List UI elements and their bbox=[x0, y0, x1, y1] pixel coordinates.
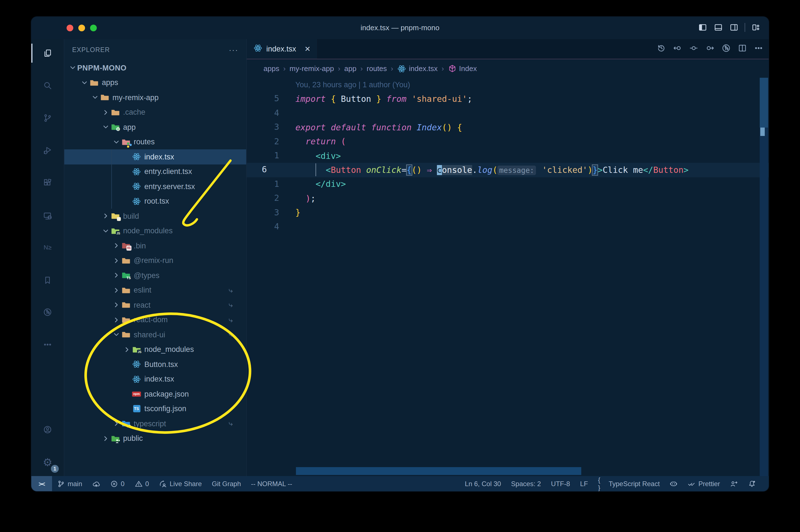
tree-item-Button.tsx[interactable]: Button.tsx bbox=[64, 357, 246, 372]
tree-item-node_modules[interactable]: JSnode_modules bbox=[64, 342, 246, 357]
activity-run-debug[interactable] bbox=[31, 136, 64, 165]
status-vim-mode[interactable]: -- NORMAL -- bbox=[246, 476, 297, 491]
folder-build-icon bbox=[110, 212, 120, 221]
activity-bar: N≥⚙1 bbox=[31, 39, 64, 476]
code-line[interactable]: 2 ); bbox=[247, 191, 769, 206]
code-line[interactable]: 1 </div> bbox=[247, 177, 769, 191]
activity-gitlens[interactable] bbox=[31, 298, 64, 326]
tree-item-@types[interactable]: TS@types bbox=[64, 268, 246, 283]
activity-explorer[interactable] bbox=[31, 39, 64, 67]
gitlens-icon[interactable] bbox=[722, 43, 731, 55]
layout-sidebar-left-icon[interactable] bbox=[698, 22, 708, 33]
status-cursor-position[interactable]: Ln 6, Col 30 bbox=[460, 476, 506, 491]
tree-item-tsconfig.json[interactable]: TStsconfig.json bbox=[64, 401, 246, 416]
breadcrumb-item-routes[interactable]: routes bbox=[367, 64, 387, 73]
diff-next-icon[interactable] bbox=[705, 43, 715, 55]
code-line[interactable]: 4 bbox=[247, 106, 769, 120]
status-indentation[interactable]: Spaces: 2 bbox=[506, 476, 546, 491]
layout-customize-icon[interactable] bbox=[751, 22, 761, 33]
tree-item-root.tsx[interactable]: root.tsx bbox=[64, 194, 246, 209]
tree-item-react[interactable]: react⤷ bbox=[64, 298, 246, 312]
status-language-mode[interactable]: { }TypeScript React bbox=[593, 476, 665, 491]
tree-item-routes[interactable]: routes bbox=[64, 135, 246, 149]
breadcrumb-item-index.tsx[interactable]: index.tsx bbox=[397, 64, 438, 73]
activity-remote-explorer[interactable] bbox=[31, 202, 64, 230]
tree-item-apps[interactable]: apps bbox=[64, 75, 246, 90]
more-icon[interactable] bbox=[754, 43, 763, 55]
tree-item-eslint[interactable]: eslint⤷ bbox=[64, 283, 246, 298]
code-line[interactable]: 3export default function Index() { bbox=[247, 120, 769, 135]
close-tab-icon[interactable]: ✕ bbox=[305, 45, 311, 53]
tree-item-my-remix-app[interactable]: my-remix-app bbox=[64, 90, 246, 105]
status-git-branch[interactable]: main bbox=[52, 476, 87, 491]
status-sync[interactable] bbox=[87, 476, 105, 491]
tree-item-react-dom[interactable]: react-dom⤷ bbox=[64, 312, 246, 327]
code-line[interactable]: 3} bbox=[247, 206, 769, 220]
status-errors[interactable]: 0 bbox=[105, 476, 130, 491]
status-live-share[interactable]: Live Share bbox=[154, 476, 207, 491]
tree-item-entry.client.tsx[interactable]: entry.client.tsx bbox=[64, 164, 246, 179]
workspace-root[interactable]: PNPM-MONO bbox=[64, 60, 246, 75]
diff-current-icon[interactable] bbox=[689, 43, 698, 55]
chevron-right-icon bbox=[111, 271, 121, 280]
activity-source-control[interactable] bbox=[31, 104, 64, 132]
activity-search[interactable] bbox=[31, 72, 64, 99]
history-icon[interactable] bbox=[657, 43, 666, 55]
explorer-more-actions-icon[interactable]: ··· bbox=[229, 45, 238, 54]
status-remote-indicator[interactable]: >< bbox=[31, 476, 52, 491]
breadcrumb-item-Index[interactable]: Index bbox=[448, 64, 477, 73]
tree-item-entry.server.tsx[interactable]: entry.server.tsx bbox=[64, 179, 246, 194]
chevron-down-icon bbox=[79, 78, 89, 87]
folder-icon bbox=[121, 330, 131, 339]
tree-item-typescript[interactable]: TStypescript⤷ bbox=[64, 416, 246, 431]
activity-nx-console[interactable]: N≥ bbox=[31, 233, 64, 261]
status-git-graph[interactable]: Git Graph bbox=[207, 476, 246, 491]
status-warnings[interactable]: 0 bbox=[130, 476, 154, 491]
vertical-scrollbar[interactable] bbox=[760, 78, 768, 476]
activity-account[interactable] bbox=[31, 416, 64, 443]
folder-app-icon: ⚙ bbox=[110, 123, 120, 132]
layout-sidebar-right-icon[interactable] bbox=[729, 22, 739, 33]
react-icon bbox=[132, 152, 141, 162]
tree-item-app[interactable]: ⚙app bbox=[64, 120, 246, 135]
tree-item-public[interactable]: public bbox=[64, 431, 246, 446]
tree-item-shared-ui[interactable]: shared-ui⤷ bbox=[64, 327, 246, 342]
breadcrumb-item-apps[interactable]: apps bbox=[264, 64, 279, 73]
code-line[interactable]: 5import { Button } from 'shared-ui'; bbox=[247, 92, 769, 106]
blame-annotation-line[interactable]: You, 23 hours ago | 1 author (You) bbox=[247, 78, 769, 92]
tree-item-package.json[interactable]: npmpackage.json bbox=[64, 386, 246, 401]
status-prettier[interactable]: Prettier bbox=[683, 476, 725, 491]
diff-prev-icon[interactable] bbox=[673, 43, 682, 55]
chevron-down-icon bbox=[68, 63, 77, 73]
status-feedback[interactable] bbox=[725, 476, 743, 491]
breadcrumb-item-app[interactable]: app bbox=[344, 64, 356, 73]
code-editor[interactable]: You, 23 hours ago | 1 author (You)5impor… bbox=[247, 78, 769, 476]
code-line[interactable]: 2 return ( bbox=[247, 135, 769, 149]
layout-panel-icon[interactable] bbox=[713, 22, 723, 33]
activity-settings[interactable]: ⚙1 bbox=[31, 448, 64, 476]
tab-index-tsx[interactable]: index.tsx ✕ bbox=[247, 39, 318, 59]
tree-item-.cache[interactable]: .cache bbox=[64, 105, 246, 120]
tree-item-index.tsx[interactable]: index.tsx bbox=[64, 149, 246, 164]
code-line[interactable]: 6 <Button onClick={() ⇒ console.log(mess… bbox=[247, 163, 769, 177]
activity-extensions[interactable] bbox=[31, 169, 64, 197]
chevron-down-icon bbox=[90, 93, 100, 102]
status-eol[interactable]: LF bbox=[575, 476, 593, 491]
tree-item-.bin[interactable]: 01.bin bbox=[64, 238, 246, 253]
activity-more-views[interactable] bbox=[31, 330, 64, 359]
horizontal-scrollbar[interactable] bbox=[296, 467, 581, 475]
code-line[interactable]: 1 <div> bbox=[247, 149, 769, 163]
folder-icon bbox=[121, 256, 131, 265]
split-editor-icon[interactable] bbox=[738, 43, 747, 55]
tree-item-index.tsx[interactable]: index.tsx bbox=[64, 372, 246, 386]
activity-bookmarks[interactable] bbox=[31, 266, 64, 294]
tree-item-build[interactable]: build bbox=[64, 209, 246, 224]
symlink-icon: ⤷ bbox=[229, 316, 233, 324]
tree-item-node_modules[interactable]: JSnode_modules bbox=[64, 224, 246, 238]
status-encoding[interactable]: UTF-8 bbox=[546, 476, 575, 491]
status-notifications[interactable] bbox=[743, 476, 761, 491]
breadcrumb-item-my-remix-app[interactable]: my-remix-app bbox=[289, 64, 334, 73]
code-line[interactable]: 4 bbox=[247, 220, 769, 234]
status-copilot[interactable] bbox=[665, 476, 683, 491]
tree-item-@remix-run[interactable]: @remix-run bbox=[64, 253, 246, 268]
